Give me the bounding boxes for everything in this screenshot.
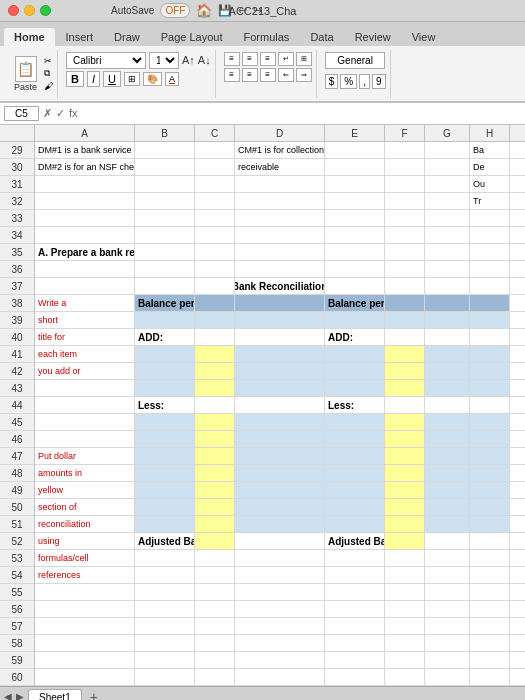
cell-d30[interactable]: receivable xyxy=(235,159,325,175)
cell-g50[interactable] xyxy=(425,499,470,515)
cell-a56[interactable] xyxy=(35,601,135,617)
cell-a33[interactable] xyxy=(35,210,135,226)
decrease-font-icon[interactable]: A↓ xyxy=(198,54,211,66)
cell-e42[interactable] xyxy=(325,363,385,379)
row-header-52[interactable]: 52 xyxy=(0,533,34,550)
cell-h58[interactable] xyxy=(470,635,510,651)
function-icon[interactable]: fx xyxy=(69,107,78,120)
cell-a46[interactable] xyxy=(35,431,135,447)
cell-c29[interactable] xyxy=(195,142,235,158)
cell-e51[interactable] xyxy=(325,516,385,532)
cut-icon[interactable]: ✂ xyxy=(44,56,53,66)
cell-g31[interactable] xyxy=(425,176,470,192)
row-header-51[interactable]: 51 xyxy=(0,516,34,533)
cell-f34[interactable] xyxy=(385,227,425,243)
cell-g36[interactable] xyxy=(425,261,470,277)
cell-c32[interactable] xyxy=(195,193,235,209)
cell-e39[interactable] xyxy=(325,312,385,328)
cell-c36[interactable] xyxy=(195,261,235,277)
cell-d53[interactable] xyxy=(235,550,325,566)
tab-page-layout[interactable]: Page Layout xyxy=(151,28,233,46)
cell-d60[interactable] xyxy=(235,669,325,685)
cell-b31[interactable] xyxy=(135,176,195,192)
cell-c33[interactable] xyxy=(195,210,235,226)
cell-c58[interactable] xyxy=(195,635,235,651)
row-header-29[interactable]: 29 xyxy=(0,142,34,159)
cell-e43[interactable] xyxy=(325,380,385,396)
cell-a59[interactable] xyxy=(35,652,135,668)
row-header-38[interactable]: 38 xyxy=(0,295,34,312)
row-header-30[interactable]: 30 xyxy=(0,159,34,176)
cell-c53[interactable] xyxy=(195,550,235,566)
cell-g46[interactable] xyxy=(425,431,470,447)
cell-h32[interactable]: Tr xyxy=(470,193,510,209)
cell-g39[interactable] xyxy=(425,312,470,328)
home-icon[interactable]: 🏠 xyxy=(196,3,212,18)
cell-h50[interactable] xyxy=(470,499,510,515)
col-header-b[interactable]: B xyxy=(135,125,195,141)
cell-f42[interactable] xyxy=(385,363,425,379)
cell-c60[interactable] xyxy=(195,669,235,685)
cell-d55[interactable] xyxy=(235,584,325,600)
cell-a31[interactable] xyxy=(35,176,135,192)
cell-b30[interactable] xyxy=(135,159,195,175)
cell-a44[interactable] xyxy=(35,397,135,413)
row-header-54[interactable]: 54 xyxy=(0,567,34,584)
cell-f33[interactable] xyxy=(385,210,425,226)
cell-a29[interactable]: DM#1 is a bank service charge xyxy=(35,142,135,158)
cell-h46[interactable] xyxy=(470,431,510,447)
cell-h45[interactable] xyxy=(470,414,510,430)
cell-d39[interactable] xyxy=(235,312,325,328)
cell-c30[interactable] xyxy=(195,159,235,175)
cell-f32[interactable] xyxy=(385,193,425,209)
cell-f54[interactable] xyxy=(385,567,425,583)
cell-c52[interactable] xyxy=(195,533,235,549)
sheet-nav-next-icon[interactable]: ▶ xyxy=(16,691,24,700)
cell-e45[interactable] xyxy=(325,414,385,430)
cell-b50[interactable] xyxy=(135,499,195,515)
cell-h43[interactable] xyxy=(470,380,510,396)
format-painter-icon[interactable]: 🖌 xyxy=(44,81,53,91)
tab-review[interactable]: Review xyxy=(345,28,401,46)
cell-d34[interactable] xyxy=(235,227,325,243)
row-header-60[interactable]: 60 xyxy=(0,669,34,686)
cell-b36[interactable] xyxy=(135,261,195,277)
cell-b37[interactable] xyxy=(135,278,195,294)
cell-f38[interactable] xyxy=(385,295,425,311)
borders-button[interactable]: ⊞ xyxy=(124,72,140,86)
cell-g45[interactable] xyxy=(425,414,470,430)
tab-home[interactable]: Home xyxy=(4,28,55,46)
cell-f49[interactable] xyxy=(385,482,425,498)
cell-g57[interactable] xyxy=(425,618,470,634)
cell-c31[interactable] xyxy=(195,176,235,192)
cell-b32[interactable] xyxy=(135,193,195,209)
cell-g37[interactable] xyxy=(425,278,470,294)
cell-c39[interactable] xyxy=(195,312,235,328)
cell-g53[interactable] xyxy=(425,550,470,566)
cell-h34[interactable] xyxy=(470,227,510,243)
cell-e36[interactable] xyxy=(325,261,385,277)
cell-d47[interactable] xyxy=(235,448,325,464)
cell-g40[interactable] xyxy=(425,329,470,345)
cell-c47[interactable] xyxy=(195,448,235,464)
cell-reference-input[interactable]: C5 xyxy=(4,106,39,121)
cell-c57[interactable] xyxy=(195,618,235,634)
cell-c44[interactable] xyxy=(195,397,235,413)
row-header-44[interactable]: 44 xyxy=(0,397,34,414)
cell-d56[interactable] xyxy=(235,601,325,617)
cancel-formula-icon[interactable]: ✗ xyxy=(43,107,52,120)
cell-b34[interactable] xyxy=(135,227,195,243)
cell-d43[interactable] xyxy=(235,380,325,396)
cell-c40[interactable] xyxy=(195,329,235,345)
align-center-button[interactable]: ≡ xyxy=(242,68,258,82)
comma-button[interactable]: , xyxy=(359,74,370,89)
row-header-57[interactable]: 57 xyxy=(0,618,34,635)
cell-d31[interactable] xyxy=(235,176,325,192)
cell-b56[interactable] xyxy=(135,601,195,617)
cell-d51[interactable] xyxy=(235,516,325,532)
row-header-55[interactable]: 55 xyxy=(0,584,34,601)
cell-g33[interactable] xyxy=(425,210,470,226)
row-header-37[interactable]: 37 xyxy=(0,278,34,295)
cell-h29[interactable]: Ba xyxy=(470,142,510,158)
cell-g44[interactable] xyxy=(425,397,470,413)
